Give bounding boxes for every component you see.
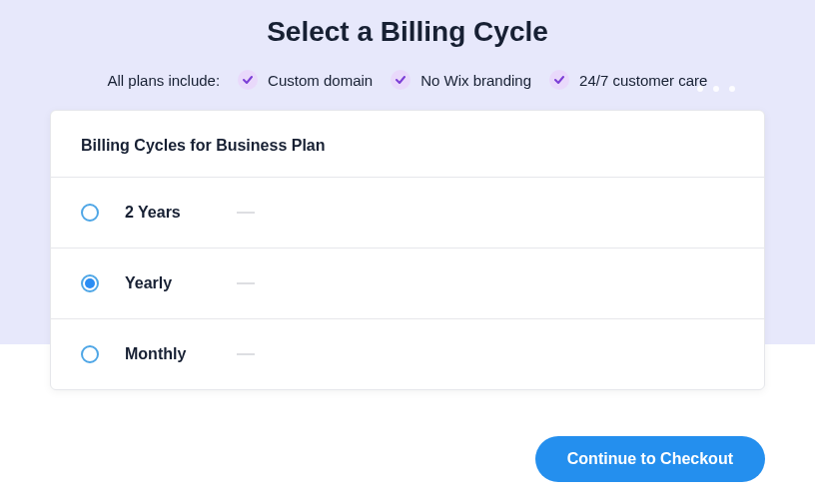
dash-icon (237, 212, 255, 214)
option-label: 2 Years (125, 204, 215, 222)
feature-item-customer-care: 24/7 customer care (549, 70, 707, 90)
check-icon (238, 70, 258, 90)
features-intro: All plans include: (108, 72, 221, 89)
card-header: Billing Cycles for Business Plan (51, 111, 764, 178)
radio-icon (81, 204, 99, 222)
cta-area: Continue to Checkout (0, 436, 815, 482)
billing-option-monthly[interactable]: Monthly (51, 319, 764, 389)
option-label: Monthly (125, 345, 215, 363)
billing-option-yearly[interactable]: Yearly (51, 249, 764, 319)
feature-item-custom-domain: Custom domain (238, 70, 373, 90)
decorative-dots (697, 86, 735, 92)
features-row: All plans include: Custom domain No Wix … (0, 70, 815, 90)
billing-cycle-card: Billing Cycles for Business Plan 2 Years… (50, 110, 765, 390)
feature-label: Custom domain (268, 72, 373, 89)
radio-icon (81, 345, 99, 363)
dash-icon (237, 353, 255, 355)
page-title: Select a Billing Cycle (0, 0, 815, 48)
billing-option-2-years[interactable]: 2 Years (51, 178, 764, 249)
radio-icon (81, 274, 99, 292)
feature-label: No Wix branding (420, 72, 531, 89)
continue-to-checkout-button[interactable]: Continue to Checkout (535, 436, 765, 482)
check-icon (549, 70, 569, 90)
feature-item-no-branding: No Wix branding (391, 70, 531, 90)
check-icon (391, 70, 410, 90)
feature-label: 24/7 customer care (579, 72, 707, 89)
dash-icon (237, 282, 255, 284)
option-label: Yearly (125, 274, 215, 292)
